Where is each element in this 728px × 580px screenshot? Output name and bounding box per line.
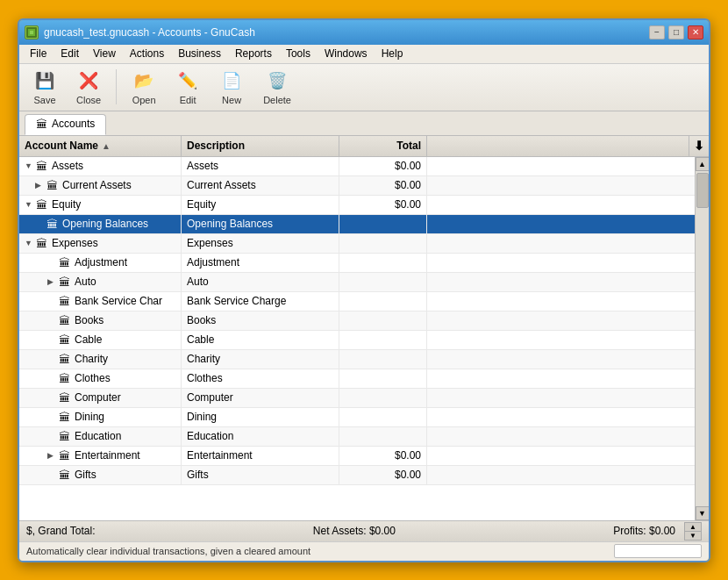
account-icon: 🏛 xyxy=(36,198,47,211)
description-cell: Assets xyxy=(182,157,339,175)
account-name-cell: ▶ 🏛 Bank Service Char xyxy=(19,292,182,311)
maximize-button[interactable]: □ xyxy=(668,25,684,39)
account-name: Education xyxy=(75,430,121,442)
statusbar2: Automatically clear individual transacti… xyxy=(19,541,709,561)
menu-item-windows[interactable]: Windows xyxy=(318,46,375,61)
menu-item-business[interactable]: Business xyxy=(171,46,228,61)
account-name: Expenses xyxy=(52,237,98,249)
total-cell xyxy=(339,234,427,253)
close-button[interactable]: ✕ xyxy=(688,25,703,39)
table-row[interactable]: ▼ 🏛 Assets Assets $0.00 xyxy=(19,157,695,176)
table-row[interactable]: ▶ 🏛 Dining Dining xyxy=(19,408,695,427)
menu-item-view[interactable]: View xyxy=(86,46,123,61)
menu-item-tools[interactable]: Tools xyxy=(279,46,318,61)
description-cell: Cable xyxy=(182,331,339,349)
table-row[interactable]: ▶ 🏛 Current Assets Current Assets $0.00 xyxy=(19,176,695,196)
account-name: Gifts xyxy=(75,469,96,481)
tab-accounts[interactable]: 🏛 Accounts xyxy=(25,114,106,135)
toolbar-btn-new[interactable]: 📄New xyxy=(211,64,252,110)
expand-icon[interactable]: ▶ xyxy=(47,277,56,286)
toolbar-btn-close[interactable]: ❌Close xyxy=(68,64,109,110)
description-cell: Gifts xyxy=(182,466,339,484)
scrollbar-thumb[interactable] xyxy=(696,173,709,208)
tabs-area: 🏛 Accounts xyxy=(19,111,709,136)
table-row[interactable]: ▶ 🏛 Computer Computer xyxy=(19,389,695,408)
description-cell: Auto xyxy=(182,273,339,291)
account-name-cell: ▶ 🏛 Education xyxy=(19,427,182,446)
edit-icon: ✏️ xyxy=(175,68,200,93)
scroll-down-button[interactable]: ▼ xyxy=(696,506,710,520)
menu-item-reports[interactable]: Reports xyxy=(228,46,279,61)
total-cell xyxy=(339,369,427,388)
status-scroll-up[interactable]: ▲ xyxy=(685,523,701,532)
total-cell xyxy=(339,408,427,426)
accounts-tab-label: Accounts xyxy=(52,118,95,130)
account-icon: 🏛 xyxy=(59,295,70,308)
edit-label: Edit xyxy=(180,95,196,105)
table-row[interactable]: ▼ 🏛 Equity Equity $0.00 xyxy=(19,196,695,215)
table-row[interactable]: ▶ 🏛 Bank Service Char Bank Service Charg… xyxy=(19,292,695,311)
menu-item-help[interactable]: Help xyxy=(375,46,410,61)
table-row[interactable]: ▶ 🏛 Adjustment Adjustment xyxy=(19,254,695,273)
expand-icon[interactable]: ▼ xyxy=(25,161,33,170)
expand-icon[interactable]: ▼ xyxy=(25,200,33,209)
status-message: Automatically clear individual transacti… xyxy=(26,546,310,556)
col-scroll-header: ⬇ xyxy=(689,136,709,156)
scroll-up-button[interactable]: ▲ xyxy=(696,157,710,171)
toolbar-btn-delete[interactable]: 🗑️Delete xyxy=(255,64,299,110)
table-row[interactable]: ▶ 🏛 Cable Cable xyxy=(19,331,695,350)
extra-cell xyxy=(427,408,695,426)
total-cell xyxy=(339,311,427,330)
expand-icon[interactable]: ▶ xyxy=(47,451,56,460)
table-row[interactable]: ▶ 🏛 Charity Charity xyxy=(19,350,695,369)
download-icon: ⬇ xyxy=(694,139,704,153)
grand-total-label: $, Grand Total: xyxy=(26,525,96,537)
table-row[interactable]: ▶ 🏛 Clothes Clothes xyxy=(19,369,695,389)
new-icon: 📄 xyxy=(219,68,244,93)
account-name-cell: ▶ 🏛 Auto xyxy=(19,273,182,291)
account-icon: 🏛 xyxy=(59,449,70,462)
account-icon: 🏛 xyxy=(59,256,70,269)
description-cell: Clothes xyxy=(182,369,339,388)
account-icon: 🏛 xyxy=(59,276,70,289)
account-icon: 🏛 xyxy=(36,237,47,250)
table-row[interactable]: ▶ 🏛 Gifts Gifts $0.00 xyxy=(19,466,695,485)
account-name-cell: ▶ 🏛 Books xyxy=(19,311,182,330)
total-cell xyxy=(339,254,427,272)
total-cell xyxy=(339,350,427,369)
description-cell: Computer xyxy=(182,389,339,407)
total-cell xyxy=(339,331,427,349)
menubar: FileEditViewActionsBusinessReportsToolsW… xyxy=(19,45,709,64)
net-assets: Net Assets: $0.00 xyxy=(313,525,396,537)
extra-cell xyxy=(427,311,695,330)
toolbar-btn-open[interactable]: 📂Open xyxy=(124,64,164,110)
expand-icon[interactable]: ▼ xyxy=(25,239,33,247)
total-cell: $0.00 xyxy=(339,157,427,175)
content-area: Account Name ▲ Description Total ⬇ xyxy=(19,136,709,541)
description-cell: Equity xyxy=(182,196,339,214)
table-row[interactable]: ▶ 🏛 Entertainment Entertainment $0.00 xyxy=(19,447,695,466)
total-cell xyxy=(339,215,427,233)
minimize-button[interactable]: − xyxy=(649,25,665,39)
toolbar-btn-save[interactable]: 💾Save xyxy=(25,64,65,110)
table-row[interactable]: ▶ 🏛 Opening Balances Opening Balances xyxy=(19,215,695,234)
table-row[interactable]: ▶ 🏛 Education Education xyxy=(19,427,695,447)
extra-cell xyxy=(427,447,695,465)
menu-item-edit[interactable]: Edit xyxy=(54,46,86,61)
table-row[interactable]: ▶ 🏛 Auto Auto xyxy=(19,273,695,292)
table-row[interactable]: ▼ 🏛 Expenses Expenses xyxy=(19,234,695,254)
toolbar-btn-edit[interactable]: ✏️Edit xyxy=(168,64,208,110)
sort-arrow: ▲ xyxy=(102,141,111,151)
table-row[interactable]: ▶ 🏛 Books Books xyxy=(19,311,695,331)
status-scroll-down[interactable]: ▼ xyxy=(685,532,701,540)
account-name-cell: ▶ 🏛 Dining xyxy=(19,408,182,426)
menu-item-actions[interactable]: Actions xyxy=(123,46,171,61)
close-label: Close xyxy=(76,95,101,105)
account-icon: 🏛 xyxy=(59,372,70,385)
menu-item-file[interactable]: File xyxy=(23,46,54,61)
account-name-cell: ▶ 🏛 Gifts xyxy=(19,466,182,484)
expand-icon[interactable]: ▶ xyxy=(35,181,44,190)
open-icon: 📂 xyxy=(132,68,156,93)
account-icon: 🏛 xyxy=(59,430,70,443)
scrollbar[interactable]: ▲ ▼ xyxy=(695,157,709,520)
